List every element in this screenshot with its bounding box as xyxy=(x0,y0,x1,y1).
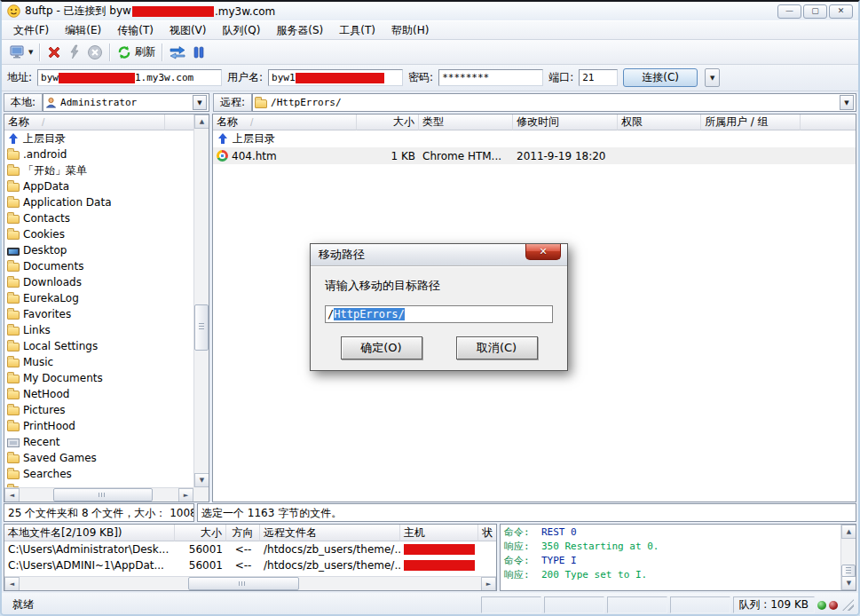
port-input[interactable]: 21 xyxy=(579,69,618,86)
ok-button[interactable]: 确定(O) xyxy=(341,336,422,359)
list-item[interactable]: 上层目录 xyxy=(4,130,193,146)
scroll-right-button[interactable]: ► xyxy=(481,577,496,591)
local-path-combo[interactable]: Administrator ▼ xyxy=(43,93,209,112)
list-item[interactable]: Local Settings xyxy=(4,338,193,354)
password-input[interactable]: ******** xyxy=(438,69,543,86)
list-item[interactable]: Documents xyxy=(4,258,193,274)
minimize-button[interactable]: — xyxy=(777,4,801,19)
menu-item[interactable]: 工具(T) xyxy=(331,21,383,40)
connect-button[interactable]: 连接(C) xyxy=(623,68,698,87)
remote-column-header[interactable]: 修改时间 xyxy=(513,115,618,130)
queue-horizontal-scrollbar[interactable]: ◄ ► xyxy=(4,576,496,590)
menu-item[interactable]: 服务器(S) xyxy=(268,21,331,40)
remote-path-dropdown[interactable]: ▼ xyxy=(840,95,854,110)
dialog-path-input[interactable]: / HttpErrors/ xyxy=(325,305,553,323)
list-item[interactable]: Saved Games xyxy=(4,450,193,466)
address-input[interactable]: byw 1.my3w.com xyxy=(37,69,222,86)
close-button[interactable]: ✕ xyxy=(829,4,853,19)
connection-bar: 地址: byw 1.my3w.com 用户名: byw1 密码: *******… xyxy=(2,65,858,91)
scroll-down-button[interactable]: ▼ xyxy=(194,473,209,487)
list-item[interactable]: Recent xyxy=(4,434,193,450)
remote-column-header[interactable]: 类型 xyxy=(419,115,513,130)
remote-column-header[interactable]: 名称/ xyxy=(213,115,357,130)
toolbar-separator xyxy=(39,43,40,61)
abort-button[interactable] xyxy=(87,44,103,60)
scroll-thumb[interactable] xyxy=(188,577,299,590)
resize-grip[interactable] xyxy=(842,599,854,611)
list-item[interactable]: Favorites xyxy=(4,306,193,322)
menu-item[interactable]: 文件(F) xyxy=(5,21,57,40)
list-item[interactable]: EurekaLog xyxy=(4,290,193,306)
list-item[interactable]: Application Data xyxy=(4,194,193,210)
username-input[interactable]: byw1 xyxy=(268,69,403,86)
local-file-panel: 名称 / 上层目录.android「开始」菜单AppDataApplicatio… xyxy=(4,114,209,502)
queue-column-header[interactable]: 方向 xyxy=(226,525,260,541)
list-item[interactable]: 「开始」菜单 xyxy=(4,162,193,178)
local-horizontal-scrollbar[interactable]: ◄ ► xyxy=(4,487,193,501)
local-path-dropdown[interactable]: ▼ xyxy=(193,95,207,110)
transfer-mode-button[interactable] xyxy=(169,45,186,59)
menu-item[interactable]: 视图(V) xyxy=(162,21,215,40)
remote-path-combo[interactable]: /HttpErrors/ ▼ xyxy=(252,93,856,112)
connect-dropdown-button[interactable]: ▼ xyxy=(705,68,720,87)
remote-column-header[interactable]: 大小 xyxy=(357,115,419,130)
scroll-up-button[interactable]: ▲ xyxy=(841,525,856,539)
scroll-thumb[interactable] xyxy=(841,565,856,577)
remote-column-header[interactable]: 所属用户 / 组 xyxy=(701,115,801,130)
scroll-track[interactable] xyxy=(20,577,481,590)
list-item[interactable]: Music xyxy=(4,354,193,370)
chevron-down-icon[interactable]: ▼ xyxy=(28,49,33,56)
list-item[interactable]: Searches xyxy=(4,466,193,482)
local-blank-column-header xyxy=(165,115,193,130)
queue-row[interactable]: C:\Users\ADMINI~1\AppDat...56001<--/htdo… xyxy=(4,557,496,573)
scroll-track[interactable] xyxy=(20,488,178,501)
remote-column-header[interactable]: 权限 xyxy=(618,115,701,130)
scroll-up-button[interactable]: ▲ xyxy=(194,115,209,129)
dialog-titlebar: 移动路径 ✕ xyxy=(311,244,567,266)
list-item[interactable]: AppData xyxy=(4,178,193,194)
log-vertical-scrollbar[interactable]: ▲ ▼ xyxy=(840,525,856,590)
list-item[interactable]: .android xyxy=(4,146,193,162)
scroll-down-button[interactable]: ▼ xyxy=(841,576,856,590)
queue-column-header[interactable]: 大小 xyxy=(175,525,226,541)
reconnect-button[interactable] xyxy=(68,44,81,60)
scroll-left-button[interactable]: ◄ xyxy=(4,488,20,502)
remote-file-row[interactable]: 上层目录 xyxy=(213,130,856,147)
cancel-button[interactable]: 取消(C) xyxy=(456,336,538,359)
scroll-right-button[interactable]: ► xyxy=(178,488,193,502)
dialog-close-button[interactable]: ✕ xyxy=(525,244,561,260)
list-item[interactable]: Cookies xyxy=(4,226,193,242)
menu-item[interactable]: 编辑(E) xyxy=(57,21,109,40)
menu-item[interactable]: 队列(Q) xyxy=(215,21,269,40)
remote-file-row[interactable]: 404.htm1 KBChrome HTM...2011-9-19 18:20 xyxy=(213,147,856,164)
queue-column-header[interactable]: 状 xyxy=(478,525,496,541)
list-item[interactable]: Desktop xyxy=(4,242,193,258)
refresh-button[interactable]: 刷新 xyxy=(116,44,155,60)
queue-column-header[interactable]: 主机 xyxy=(400,525,478,541)
scroll-thumb[interactable] xyxy=(53,488,153,501)
local-label[interactable]: 本地: xyxy=(4,93,43,112)
list-item[interactable]: NetHood xyxy=(4,386,193,402)
list-item[interactable]: Links xyxy=(4,322,193,338)
list-item[interactable]: My Documents xyxy=(4,370,193,386)
disconnect-button[interactable] xyxy=(46,44,62,60)
remote-label[interactable]: 远程: xyxy=(213,93,252,112)
queue-column-header[interactable]: 本地文件名[2/109 KB]) xyxy=(4,525,175,541)
scroll-left-button[interactable]: ◄ xyxy=(4,577,20,591)
list-item[interactable]: Contacts xyxy=(4,210,193,226)
maximize-button[interactable]: ▢ xyxy=(803,4,827,19)
scroll-track[interactable] xyxy=(194,129,209,473)
local-vertical-scrollbar[interactable]: ▲ ▼ xyxy=(193,115,209,487)
queue-column-header[interactable]: 远程文件名 xyxy=(260,525,400,541)
list-item[interactable]: Downloads xyxy=(4,274,193,290)
scroll-track[interactable] xyxy=(841,539,856,576)
list-item[interactable]: PrintHood xyxy=(4,418,193,434)
pause-queue-button[interactable] xyxy=(193,45,205,59)
scroll-thumb[interactable] xyxy=(194,304,209,351)
list-item[interactable]: Pictures xyxy=(4,402,193,418)
local-name-column-header[interactable]: 名称 / xyxy=(4,115,165,130)
connect-site-button[interactable]: ▼ xyxy=(9,44,33,60)
menu-item[interactable]: 帮助(H) xyxy=(383,21,437,40)
menu-item[interactable]: 传输(T) xyxy=(109,21,162,40)
queue-row[interactable]: C:\Users\Administrator\Desk...56001<--/h… xyxy=(4,541,496,557)
